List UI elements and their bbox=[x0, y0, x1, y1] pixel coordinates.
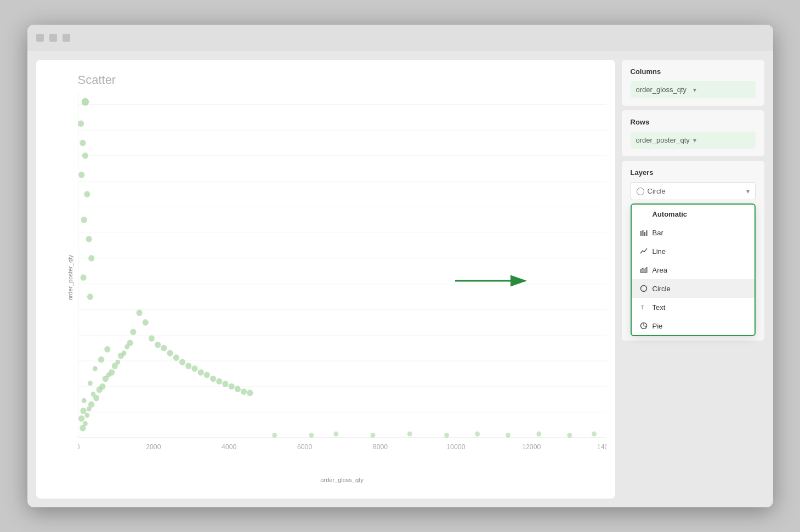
rows-dropdown[interactable]: order_poster_qty ▾ bbox=[631, 132, 756, 149]
svg-point-99 bbox=[475, 432, 480, 437]
svg-point-90 bbox=[234, 386, 240, 393]
svg-point-86 bbox=[210, 376, 216, 382]
svg-point-77 bbox=[155, 342, 161, 348]
menu-item-text-label: Text bbox=[653, 303, 666, 312]
svg-point-40 bbox=[78, 415, 84, 422]
svg-point-104 bbox=[81, 98, 88, 106]
svg-point-53 bbox=[109, 369, 115, 376]
app-window: Scatter order_poster_qty order_gloss_qty… bbox=[27, 25, 773, 507]
svg-point-59 bbox=[121, 350, 126, 355]
columns-value: order_gloss_qty bbox=[636, 86, 693, 94]
menu-item-circle[interactable]: Circle bbox=[632, 279, 754, 298]
chart-title: Scatter bbox=[78, 73, 606, 87]
svg-point-85 bbox=[203, 372, 209, 378]
menu-item-line[interactable]: Line bbox=[632, 242, 754, 261]
svg-point-73 bbox=[136, 309, 142, 316]
svg-marker-109 bbox=[640, 267, 647, 273]
svg-point-47 bbox=[90, 392, 95, 397]
bar-icon bbox=[639, 228, 648, 237]
svg-point-57 bbox=[98, 356, 104, 363]
rows-section: Rows order_poster_qty ▾ bbox=[622, 110, 764, 156]
svg-rect-107 bbox=[644, 232, 645, 236]
columns-dropdown[interactable]: order_gloss_qty ▾ bbox=[631, 81, 756, 98]
rows-label: Rows bbox=[631, 118, 756, 126]
svg-rect-106 bbox=[642, 230, 643, 236]
svg-point-89 bbox=[228, 383, 234, 390]
svg-point-50 bbox=[87, 381, 92, 386]
svg-text:14000: 14000 bbox=[597, 443, 606, 451]
svg-point-103 bbox=[592, 432, 597, 437]
svg-point-81 bbox=[179, 359, 185, 365]
svg-text:0: 0 bbox=[78, 443, 80, 451]
svg-point-91 bbox=[241, 388, 247, 395]
menu-item-pie-label: Pie bbox=[653, 322, 663, 330]
menu-item-automatic-label: Automatic bbox=[653, 210, 688, 218]
area-icon bbox=[639, 265, 648, 274]
svg-point-75 bbox=[130, 329, 136, 336]
window-btn-1[interactable] bbox=[36, 34, 44, 42]
chart-area: Scatter order_poster_qty order_gloss_qty… bbox=[36, 60, 615, 499]
automatic-icon bbox=[639, 210, 648, 218]
svg-text:10000: 10000 bbox=[446, 443, 465, 451]
svg-point-92 bbox=[247, 390, 253, 397]
svg-point-39 bbox=[82, 421, 87, 426]
svg-point-49 bbox=[99, 383, 105, 390]
svg-point-95 bbox=[333, 432, 338, 437]
text-icon: T bbox=[639, 303, 648, 312]
layers-section: Layers Circle ▾ Automatic Bar bbox=[622, 161, 764, 341]
svg-point-44 bbox=[88, 401, 94, 408]
layers-dropdown[interactable]: Circle ▾ bbox=[631, 182, 756, 200]
main-content: Scatter order_poster_qty order_gloss_qty… bbox=[27, 51, 773, 507]
svg-point-76 bbox=[148, 335, 154, 342]
svg-point-66 bbox=[78, 172, 84, 178]
rows-value: order_poster_qty bbox=[636, 136, 693, 144]
layers-arrow-icon: ▾ bbox=[746, 188, 750, 195]
columns-section: Columns order_gloss_qty ▾ bbox=[622, 60, 764, 106]
menu-item-pie[interactable]: Pie bbox=[632, 316, 754, 335]
scatter-chart: 0 2000 4000 6000 8000 10000 12000 14000 … bbox=[78, 92, 606, 463]
svg-point-96 bbox=[370, 433, 375, 438]
svg-point-45 bbox=[81, 398, 86, 403]
svg-text:8000: 8000 bbox=[372, 443, 387, 451]
svg-rect-105 bbox=[640, 231, 642, 236]
svg-point-68 bbox=[81, 217, 87, 223]
y-axis-label: order_poster_qty bbox=[66, 254, 73, 300]
svg-point-98 bbox=[444, 433, 449, 438]
svg-point-70 bbox=[88, 255, 94, 262]
x-axis-label: order_gloss_qty bbox=[320, 477, 363, 483]
svg-line-114 bbox=[644, 326, 646, 327]
svg-point-82 bbox=[185, 363, 191, 369]
svg-point-97 bbox=[407, 432, 412, 437]
menu-item-bar-label: Bar bbox=[653, 229, 663, 237]
menu-item-area[interactable]: Area bbox=[632, 261, 754, 279]
svg-text:12000: 12000 bbox=[522, 443, 541, 451]
svg-point-65 bbox=[82, 152, 88, 159]
svg-text:T: T bbox=[641, 304, 644, 310]
svg-point-93 bbox=[272, 433, 277, 438]
svg-point-41 bbox=[84, 413, 89, 418]
svg-point-74 bbox=[142, 319, 148, 326]
svg-point-60 bbox=[104, 346, 110, 353]
svg-point-63 bbox=[78, 121, 84, 127]
svg-point-110 bbox=[640, 286, 646, 292]
columns-arrow-icon: ▾ bbox=[693, 86, 750, 94]
svg-rect-108 bbox=[646, 230, 647, 236]
svg-point-83 bbox=[191, 365, 197, 372]
menu-item-circle-label: Circle bbox=[653, 285, 671, 293]
svg-text:2000: 2000 bbox=[146, 443, 161, 451]
svg-point-101 bbox=[536, 432, 541, 437]
layers-label: Layers bbox=[631, 168, 756, 177]
right-panel: Columns order_gloss_qty ▾ Rows order_pos… bbox=[622, 60, 764, 499]
svg-point-87 bbox=[216, 378, 222, 385]
layers-dropdown-menu: Automatic Bar Line bbox=[631, 203, 756, 336]
svg-point-56 bbox=[115, 360, 120, 365]
circle-icon bbox=[637, 188, 644, 195]
menu-item-text[interactable]: T Text bbox=[632, 298, 754, 316]
menu-item-bar[interactable]: Bar bbox=[632, 223, 754, 242]
svg-point-71 bbox=[80, 274, 86, 281]
menu-item-automatic[interactable]: Automatic bbox=[632, 205, 754, 223]
window-btn-3[interactable] bbox=[63, 34, 70, 42]
svg-point-78 bbox=[161, 345, 167, 352]
svg-point-88 bbox=[222, 381, 228, 387]
window-btn-2[interactable] bbox=[49, 34, 57, 42]
